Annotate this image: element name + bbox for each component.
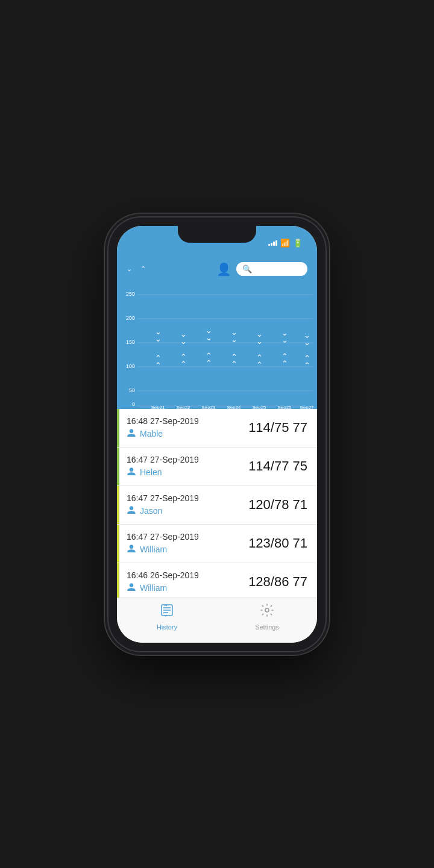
wifi-icon: 📶 — [280, 239, 290, 248]
dia-up-arrow: ⌃ — [140, 265, 146, 273]
record-person: Mable — [127, 428, 199, 440]
svg-text:Sep21: Sep21 — [151, 405, 165, 409]
svg-text:⌄: ⌄ — [281, 336, 288, 345]
record-datetime: 16:47 27-Sep-2019 — [127, 532, 199, 542]
header-controls: ⌄ ⌃ 👤 🔍 — [127, 262, 307, 276]
settings-tab-icon — [260, 603, 274, 621]
svg-text:Sep26: Sep26 — [277, 405, 292, 409]
phone-screen: 📶 🔋 ⌄ ⌃ 👤 — [117, 226, 317, 643]
svg-text:⌃: ⌃ — [231, 360, 237, 369]
svg-text:Sep22: Sep22 — [176, 405, 190, 409]
record-readings: 114/77 75 — [248, 458, 307, 474]
record-datetime: 16:46 26-Sep-2019 — [127, 570, 199, 580]
search-icon: 🔍 — [242, 264, 252, 273]
svg-text:⌄: ⌄ — [180, 337, 187, 346]
svg-text:Sep24: Sep24 — [227, 405, 241, 409]
svg-text:⌄: ⌄ — [206, 333, 212, 342]
svg-text:Sep23: Sep23 — [201, 405, 216, 409]
status-icons: 📶 🔋 — [268, 239, 303, 248]
app-header: ⌄ ⌃ 👤 🔍 — [117, 252, 317, 284]
record-datetime: 16:47 27-Sep-2019 — [127, 493, 199, 503]
person-icon — [127, 582, 136, 594]
svg-text:⌃: ⌃ — [206, 358, 212, 367]
list-item[interactable]: 16:47 27-Sep-2019Helen114/77 75 — [117, 448, 317, 486]
svg-text:0: 0 — [132, 401, 135, 407]
records-container: 16:48 27-Sep-2019Mable114/75 7716:47 27-… — [117, 409, 317, 643]
svg-text:⌃: ⌃ — [281, 359, 288, 368]
list-item[interactable]: 16:47 27-Sep-2019William123/80 71 — [117, 525, 317, 563]
person-filter-icon[interactable]: 👤 — [216, 262, 231, 276]
svg-text:⌃: ⌃ — [304, 361, 310, 370]
svg-text:⌄: ⌄ — [231, 335, 237, 344]
person-icon — [127, 428, 136, 440]
person-name: Jason — [140, 506, 162, 516]
record-readings: 128/86 77 — [248, 574, 307, 590]
svg-text:250: 250 — [126, 291, 135, 297]
person-icon — [127, 467, 136, 478]
record-datetime: 16:48 27-Sep-2019 — [127, 416, 199, 426]
record-person: William — [127, 582, 199, 594]
record-datetime: 16:47 27-Sep-2019 — [127, 455, 199, 464]
tab-history[interactable]: History — [117, 603, 217, 631]
settings-tab-label: Settings — [255, 623, 279, 631]
svg-text:⌃: ⌃ — [256, 360, 263, 369]
person-icon — [127, 505, 136, 517]
svg-text:⌄: ⌄ — [304, 338, 310, 347]
record-person: Helen — [127, 467, 199, 478]
person-icon — [127, 544, 136, 555]
svg-text:50: 50 — [129, 387, 135, 393]
history-tab-label: History — [157, 623, 177, 631]
tab-bar: History Settings — [117, 598, 317, 643]
svg-text:Sep25: Sep25 — [252, 405, 266, 409]
svg-text:⌃: ⌃ — [155, 361, 162, 370]
svg-text:⌃: ⌃ — [180, 360, 187, 369]
svg-text:⌄: ⌄ — [155, 334, 162, 343]
person-name: Helen — [140, 467, 162, 477]
svg-point-52 — [265, 608, 269, 612]
list-item[interactable]: 16:47 27-Sep-2019Jason120/78 71 — [117, 486, 317, 525]
bp-chart: 250 200 150 100 50 0 ⌄ ⌄ — [117, 289, 317, 409]
svg-text:100: 100 — [126, 363, 135, 369]
svg-text:200: 200 — [126, 315, 135, 321]
record-readings: 120/78 71 — [248, 497, 307, 513]
phone-frame: 📶 🔋 ⌄ ⌃ 👤 — [108, 217, 326, 651]
record-readings: 114/75 77 — [248, 420, 307, 436]
records-list: 16:48 27-Sep-2019Mable114/75 7716:47 27-… — [117, 409, 317, 598]
record-person: William — [127, 544, 199, 555]
notch — [178, 226, 256, 243]
signal-icon — [268, 240, 277, 246]
list-item[interactable]: 16:46 26-Sep-2019William128/86 77 — [117, 563, 317, 598]
legend-sys: ⌄ — [127, 265, 133, 273]
battery-icon: 🔋 — [293, 239, 303, 248]
record-readings: 123/80 71 — [248, 535, 307, 551]
tab-settings[interactable]: Settings — [217, 603, 317, 631]
legend-dia: ⌃ — [140, 265, 147, 273]
person-name: Mable — [140, 429, 163, 439]
search-bar[interactable]: 🔍 — [236, 262, 308, 276]
list-item[interactable]: 16:48 27-Sep-2019Mable114/75 77 — [117, 409, 317, 448]
sys-down-arrow: ⌄ — [127, 265, 132, 273]
record-person: Jason — [127, 505, 199, 517]
svg-text:Sep27: Sep27 — [300, 405, 314, 409]
chart-area: 250 200 150 100 50 0 ⌄ ⌄ — [117, 284, 317, 409]
person-name: William — [140, 545, 167, 554]
svg-text:⌄: ⌄ — [256, 337, 263, 346]
history-tab-icon — [160, 603, 174, 621]
svg-text:150: 150 — [126, 339, 135, 345]
person-name: William — [140, 583, 167, 593]
